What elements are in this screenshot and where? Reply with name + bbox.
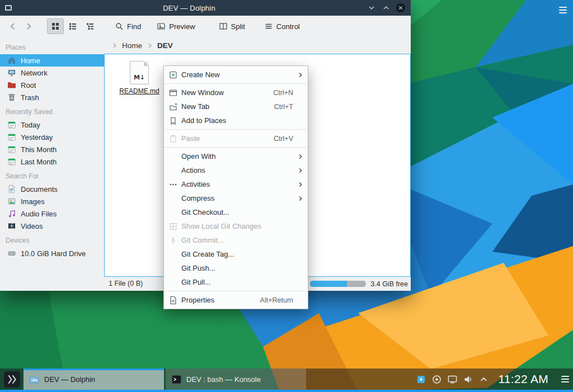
sidebar-item-last-month[interactable]: Last Month	[0, 155, 104, 168]
sidebar-item-root[interactable]: Root	[0, 79, 104, 91]
taskbar-task-dev-bash-konsole[interactable]: DEV : bash — Konsole	[166, 369, 306, 390]
media-player-icon	[431, 374, 442, 385]
sidebar-item-label: Videos	[21, 222, 43, 230]
breadcrumb: Home DEV	[104, 37, 411, 54]
menu-item-label: Git Checkout...	[181, 208, 290, 216]
videos-icon	[7, 221, 16, 230]
toolbar: Find Preview Split Control	[0, 16, 411, 37]
breadcrumb-home[interactable]: Home	[122, 41, 142, 50]
tray-volume-button[interactable]	[463, 374, 473, 385]
sidebar-item-images[interactable]: Images	[0, 195, 104, 207]
clock[interactable]: 11:22 AM	[494, 369, 557, 390]
tray-media-player-button[interactable]	[431, 374, 442, 385]
blank-icon	[297, 237, 304, 244]
menu-item-git-pull[interactable]: Git Pull...	[164, 275, 308, 289]
back-button[interactable]	[6, 19, 20, 34]
menu-item-git-push[interactable]: Git Push...	[164, 261, 308, 275]
blank-icon	[168, 152, 178, 161]
details-view-icon	[86, 22, 95, 31]
icons-view-button[interactable]	[47, 18, 64, 34]
sidebar-item-trash[interactable]: Trash	[0, 91, 104, 103]
sidebar-item-videos[interactable]: Videos	[0, 220, 104, 232]
calendar-icon	[7, 133, 16, 141]
close-button[interactable]	[394, 2, 407, 14]
tray-device-notifier-button[interactable]	[416, 374, 426, 385]
properties-icon	[168, 296, 178, 305]
blank-icon	[297, 296, 304, 304]
forward-button[interactable]	[21, 19, 36, 34]
menu-item-git-checkout[interactable]: Git Checkout...	[164, 205, 308, 219]
menu-item-label: Properties	[181, 296, 257, 304]
chevron-right-icon	[111, 42, 118, 49]
sidebar-item-audio-files[interactable]: Audio Files	[0, 207, 104, 220]
menu-item-new-window[interactable]: New WindowCtrl+N	[164, 86, 308, 100]
blank-icon	[297, 89, 304, 97]
sidebar-item-this-month[interactable]: This Month	[0, 143, 104, 155]
sidebar-item-10-0-gib-hard-drive[interactable]: 10.0 GiB Hard Drive	[0, 247, 104, 259]
preview-button[interactable]: Preview	[152, 20, 200, 33]
file-readme[interactable]: M↓ README.md	[115, 61, 164, 96]
menu-item-compress[interactable]: Compress	[164, 191, 308, 205]
sidebar-item-label: Network	[21, 69, 48, 77]
panel-toolbox-button[interactable]	[557, 369, 573, 390]
minimize-button[interactable]	[365, 2, 378, 14]
menu-item-git-create-tag[interactable]: Git Create Tag...	[164, 247, 308, 261]
volume-icon	[463, 374, 473, 385]
menu-item-label: New Window	[181, 88, 270, 97]
sidebar-item-home[interactable]: Home	[0, 54, 104, 67]
activities-icon	[168, 180, 178, 189]
find-button[interactable]: Find	[110, 20, 146, 33]
menu-item-label: Actions	[181, 166, 290, 174]
desktop-toolbox-button[interactable]	[557, 4, 569, 16]
drive-icon	[7, 249, 16, 258]
details-view-button[interactable]	[82, 18, 98, 34]
preview-icon	[157, 22, 166, 31]
window-title: DEV — Dolphin	[15, 4, 363, 12]
menu-item-label: Show Local Git Changes	[181, 222, 290, 230]
launcher-icon	[4, 371, 20, 388]
menu-item-shortcut: Alt+Return	[260, 296, 293, 304]
new-window-icon	[168, 88, 178, 97]
system-tray	[416, 369, 494, 390]
submenu-arrow-icon	[297, 181, 304, 188]
blank-icon	[297, 251, 304, 258]
calendar-icon	[7, 157, 16, 166]
home-icon	[7, 56, 16, 65]
add-to-places-icon	[168, 116, 178, 125]
sidebar-item-today[interactable]: Today	[0, 119, 104, 131]
tray-display-button[interactable]	[447, 374, 458, 385]
device-notifier-icon	[416, 374, 426, 385]
sidebar-item-label: Trash	[21, 93, 39, 102]
menu-item-shortcut: Ctrl+V	[274, 135, 293, 143]
menu-item-create-new[interactable]: Create New	[164, 68, 308, 82]
view-mode-group	[47, 18, 98, 34]
menu-item-new-tab[interactable]: New TabCtrl+T	[164, 100, 308, 114]
maximize-button[interactable]	[380, 2, 392, 14]
menu-item-label: Activities	[181, 180, 290, 188]
menu-item-label: Git Commit...	[181, 236, 290, 244]
menu-item-label: Git Create Tag...	[181, 250, 290, 258]
close-icon	[396, 3, 406, 13]
control-button[interactable]: Control	[259, 20, 305, 33]
chevron-up-icon	[382, 3, 391, 12]
app-launcher-button[interactable]	[0, 369, 24, 390]
tray-expand-arrow-button[interactable]	[478, 374, 489, 385]
menu-item-properties[interactable]: PropertiesAlt+Return	[164, 293, 308, 307]
sidebar-section-search-for: Search For	[0, 168, 104, 183]
compact-view-button[interactable]	[64, 18, 81, 34]
menu-item-add-to-places[interactable]: Add to Places	[164, 114, 308, 127]
menu-item-activities[interactable]: Activities	[164, 177, 308, 191]
taskbar-task-dev-dolphin[interactable]: DEV — Dolphin	[24, 369, 164, 390]
menu-item-open-with[interactable]: Open With	[164, 149, 308, 163]
menu-item-actions[interactable]: Actions	[164, 163, 308, 177]
trash-icon	[7, 93, 16, 102]
menu-item-label: Paste	[181, 134, 270, 143]
compact-view-icon	[68, 22, 77, 31]
sidebar-item-label: Home	[21, 56, 40, 65]
sidebar-item-network[interactable]: Network	[0, 67, 104, 79]
sidebar-item-yesterday[interactable]: Yesterday	[0, 131, 104, 143]
split-button[interactable]: Split	[214, 20, 250, 33]
titlebar[interactable]: DEV — Dolphin	[0, 0, 411, 16]
icons-view-icon	[51, 22, 60, 31]
sidebar-item-documents[interactable]: Documents	[0, 183, 104, 195]
